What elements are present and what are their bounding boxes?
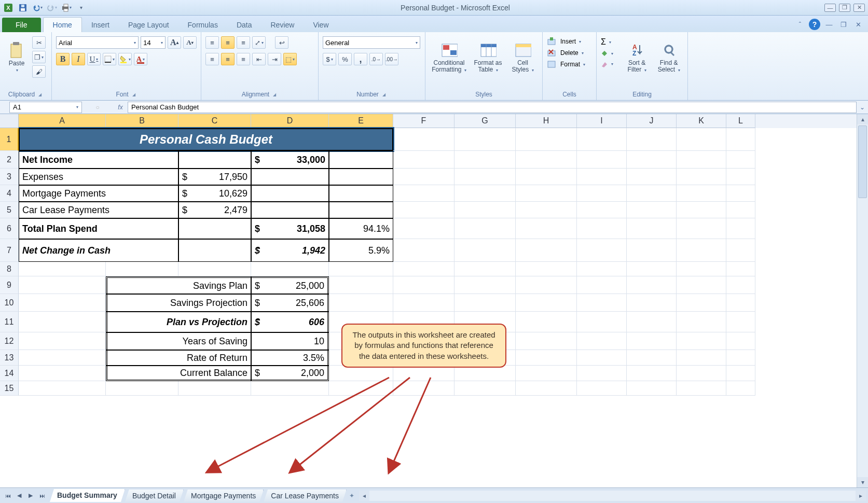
format-as-table-button[interactable]: Format asTable ▾ bbox=[471, 34, 505, 81]
column-header-B[interactable]: B bbox=[106, 114, 178, 128]
scroll-down-icon[interactable]: ▾ bbox=[857, 477, 868, 487]
column-header-J[interactable]: J bbox=[627, 114, 677, 128]
shrink-font-icon[interactable]: A▾ bbox=[183, 36, 197, 49]
fill-button[interactable]: ▾ bbox=[601, 50, 619, 57]
sheet-tab-mortgage-payments[interactable]: Mortgage Payments bbox=[184, 490, 264, 502]
clear-button[interactable]: ▾ bbox=[601, 60, 619, 67]
scroll-thumb[interactable] bbox=[858, 125, 867, 198]
conditional-formatting-button[interactable]: ConditionalFormatting ▾ bbox=[431, 34, 468, 81]
increase-decimal-button[interactable]: .0→ bbox=[369, 53, 383, 65]
print-icon[interactable]: ▾ bbox=[61, 3, 72, 13]
help-icon[interactable]: ? bbox=[809, 19, 820, 30]
font-name-combo[interactable]: Arial▾ bbox=[56, 36, 139, 49]
column-header-G[interactable]: G bbox=[454, 114, 516, 128]
row-header-5[interactable]: 5 bbox=[0, 202, 19, 218]
new-sheet-icon[interactable]: ✦ bbox=[347, 492, 357, 499]
close-button[interactable]: ✕ bbox=[853, 4, 865, 12]
cell-styles-button[interactable]: CellStyles ▾ bbox=[508, 34, 538, 81]
name-box[interactable]: A1▾ bbox=[9, 102, 82, 113]
alignment-dialog-launcher[interactable]: ◢ bbox=[271, 92, 278, 97]
font-dialog-launcher[interactable]: ◢ bbox=[131, 92, 137, 97]
sheet-nav-last-icon[interactable]: ⏭ bbox=[36, 491, 48, 501]
decrease-indent-icon[interactable]: ⇤ bbox=[252, 53, 266, 65]
sheet-tab-budget-summary[interactable]: Budget Summary bbox=[50, 489, 125, 502]
workbook-close-button[interactable]: ✕ bbox=[852, 20, 864, 29]
row-header-7[interactable]: 7 bbox=[0, 239, 19, 262]
row-header-6[interactable]: 6 bbox=[0, 218, 19, 239]
underline-button[interactable]: U▾ bbox=[87, 53, 101, 65]
cut-icon[interactable]: ✂ bbox=[32, 36, 46, 49]
tab-view[interactable]: View bbox=[304, 18, 338, 32]
row-header-12[interactable]: 12 bbox=[0, 332, 19, 350]
font-size-combo[interactable]: 14▾ bbox=[141, 36, 166, 49]
align-left-icon[interactable]: ≡ bbox=[205, 53, 219, 65]
decrease-decimal-button[interactable]: .00→ bbox=[385, 53, 398, 65]
paste-button[interactable]: Paste ▾ bbox=[4, 34, 29, 81]
row-header-13[interactable]: 13 bbox=[0, 350, 19, 366]
copy-icon[interactable]: ❐▾ bbox=[32, 51, 46, 63]
qat-customize-icon[interactable]: ▾ bbox=[76, 3, 86, 13]
redo-icon[interactable]: ▾ bbox=[47, 3, 57, 13]
autosum-button[interactable]: Σ▾ bbox=[601, 37, 619, 47]
sheet-tab-car-lease-payments[interactable]: Car Lease Payments bbox=[264, 490, 347, 502]
number-format-combo[interactable]: General▾ bbox=[323, 36, 420, 49]
wrap-text-icon[interactable]: ↩ bbox=[275, 36, 288, 49]
italic-button[interactable]: I bbox=[72, 53, 85, 65]
font-color-button[interactable]: A▾ bbox=[134, 53, 147, 65]
row-header-4[interactable]: 4 bbox=[0, 185, 19, 202]
format-cells-button[interactable]: Format▾ bbox=[547, 60, 585, 68]
column-header-I[interactable]: I bbox=[577, 114, 627, 128]
column-header-A[interactable]: A bbox=[19, 114, 106, 128]
row-header-11[interactable]: 11 bbox=[0, 312, 19, 332]
grow-font-icon[interactable]: A▴ bbox=[168, 36, 181, 49]
tab-review[interactable]: Review bbox=[261, 18, 304, 32]
sheet-nav-next-icon[interactable]: ▶ bbox=[25, 491, 36, 501]
tab-home[interactable]: Home bbox=[43, 17, 82, 32]
percent-button[interactable]: % bbox=[338, 53, 352, 65]
formula-bar-expand-icon[interactable]: ⌄ bbox=[857, 104, 868, 111]
scroll-right-icon[interactable]: ▸ bbox=[856, 491, 866, 501]
scroll-left-icon[interactable]: ◂ bbox=[359, 491, 369, 501]
fill-color-button[interactable]: ▾ bbox=[118, 53, 132, 65]
delete-cells-button[interactable]: Delete▾ bbox=[547, 49, 585, 57]
insert-cells-button[interactable]: Insert▾ bbox=[547, 37, 585, 46]
workbook-minimize-button[interactable]: — bbox=[823, 20, 835, 29]
workbook-restore-button[interactable]: ❐ bbox=[838, 20, 849, 29]
column-header-E[interactable]: E bbox=[329, 114, 393, 128]
tab-page-layout[interactable]: Page Layout bbox=[119, 18, 178, 32]
comma-button[interactable]: , bbox=[354, 53, 367, 65]
undo-icon[interactable]: ▾ bbox=[32, 3, 43, 13]
column-header-C[interactable]: C bbox=[178, 114, 251, 128]
align-middle-icon[interactable]: ≡ bbox=[221, 36, 235, 49]
column-header-L[interactable]: L bbox=[726, 114, 755, 128]
row-header-2[interactable]: 2 bbox=[0, 151, 19, 169]
formula-input[interactable]: Personal Cash Budget bbox=[128, 102, 857, 113]
tab-file[interactable]: File bbox=[2, 18, 41, 32]
sheet-tab-budget-detail[interactable]: Budget Detail bbox=[125, 490, 184, 502]
sheet-nav-first-icon[interactable]: ⏮ bbox=[2, 491, 13, 501]
save-icon[interactable] bbox=[18, 3, 28, 13]
orientation-icon[interactable]: ⤢▾ bbox=[252, 36, 266, 49]
row-header-10[interactable]: 10 bbox=[0, 294, 19, 312]
clipboard-dialog-launcher[interactable]: ◢ bbox=[37, 92, 43, 97]
currency-button[interactable]: $▾ bbox=[323, 53, 336, 65]
column-header-F[interactable]: F bbox=[393, 114, 454, 128]
vertical-scrollbar[interactable]: ▴ ▾ bbox=[857, 114, 868, 487]
tab-formulas[interactable]: Formulas bbox=[178, 18, 227, 32]
merge-center-button[interactable]: ⬚▾ bbox=[283, 53, 297, 65]
row-header-1[interactable]: 1 bbox=[0, 128, 19, 151]
format-painter-icon[interactable]: 🖌 bbox=[32, 65, 46, 78]
minimize-button[interactable]: — bbox=[824, 4, 836, 12]
increase-indent-icon[interactable]: ⇥ bbox=[268, 53, 281, 65]
tab-data[interactable]: Data bbox=[227, 18, 261, 32]
align-bottom-icon[interactable]: ≡ bbox=[237, 36, 250, 49]
fx-label[interactable]: fx bbox=[113, 104, 128, 111]
row-header-8[interactable]: 8 bbox=[0, 262, 19, 276]
row-header-3[interactable]: 3 bbox=[0, 169, 19, 185]
horizontal-scrollbar[interactable]: ◂ ▸ bbox=[359, 491, 866, 501]
sheet-nav-prev-icon[interactable]: ◀ bbox=[13, 491, 25, 501]
find-select-button[interactable]: Find &Select ▾ bbox=[654, 34, 683, 81]
align-center-icon[interactable]: ≡ bbox=[221, 53, 235, 65]
number-dialog-launcher[interactable]: ◢ bbox=[381, 92, 387, 97]
select-all-corner[interactable] bbox=[0, 114, 19, 128]
